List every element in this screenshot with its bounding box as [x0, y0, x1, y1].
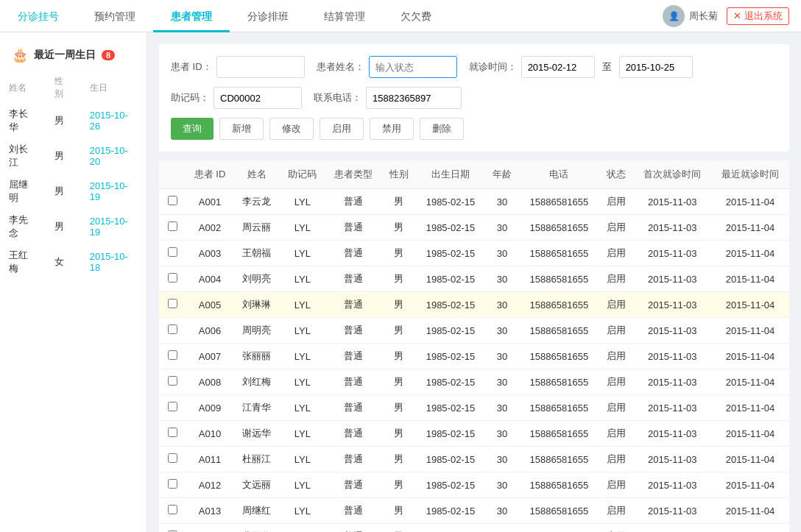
table-column-header: 状态: [599, 160, 633, 189]
cell-name: 周继红: [234, 498, 280, 524]
tab-分诊挂号[interactable]: 分诊挂号: [0, 0, 77, 32]
cell-dob: 1985-02-15: [417, 344, 485, 369]
cell-memo: LYL: [280, 447, 325, 472]
row-checkbox-cell: [159, 189, 186, 215]
row-checkbox-cell: [159, 498, 186, 524]
row-checkbox[interactable]: [168, 402, 177, 411]
row-checkbox[interactable]: [168, 453, 177, 463]
cell-name: 刘琳琳: [234, 292, 280, 318]
tab-患者管理[interactable]: 患者管理: [153, 0, 230, 32]
table-row[interactable]: A012文远丽LYL普通男1985-02-153015886581655启用20…: [159, 472, 789, 498]
table-row[interactable]: A005刘琳琳LYL普通男1985-02-153015886581655启用20…: [159, 292, 789, 318]
tab-分诊排班[interactable]: 分诊排班: [230, 0, 306, 32]
cell-gender: 男: [381, 318, 416, 344]
query-button[interactable]: 查询: [171, 118, 214, 140]
patient-id-field: 患者 ID：: [171, 56, 305, 78]
sidebar-date[interactable]: 2015-10-26: [81, 103, 147, 138]
row-checkbox[interactable]: [168, 273, 177, 283]
row-checkbox[interactable]: [168, 247, 177, 257]
cell-last-visit: 2015-11-04: [711, 344, 789, 369]
cell-id: A005: [186, 292, 234, 318]
cell-status: 启用: [599, 472, 633, 498]
delete-button[interactable]: 删除: [420, 118, 464, 140]
content-area: 患者 ID： 患者姓名： 就诊时间： 至 助记码：: [147, 32, 801, 532]
cell-id: A007: [186, 344, 234, 369]
table-row[interactable]: A006周明亮LYL普通男1985-02-153015886581655启用20…: [159, 318, 789, 344]
cell-gender: 男: [381, 447, 416, 472]
cell-phone: 15886581655: [520, 189, 599, 215]
row-checkbox[interactable]: [168, 350, 177, 360]
cell-dob: 1985-02-15: [417, 266, 485, 292]
table-row[interactable]: A003王朝福LYL普通男1985-02-153015886581655启用20…: [159, 241, 789, 266]
row-checkbox-cell: [159, 421, 186, 447]
cell-first-visit: 2015-11-03: [633, 189, 711, 215]
cell-id: A004: [186, 266, 234, 292]
cell-first-visit: 2015-11-03: [633, 369, 711, 395]
table-row[interactable]: A004刘明亮LYL普通男1985-02-153015886581655启用20…: [159, 266, 789, 292]
patient-name-input[interactable]: [369, 56, 457, 78]
cell-age: 30: [484, 241, 519, 266]
cell-id: A002: [186, 215, 234, 241]
action-row: 查询 新增 修改 启用 禁用 删除: [171, 118, 777, 140]
edit-button[interactable]: 修改: [269, 118, 314, 140]
sidebar-birthday-row: 李长华 男 2015-10-26: [0, 103, 147, 138]
table-row[interactable]: A001李云龙LYL普通男1985-02-153015886581655启用20…: [159, 189, 789, 215]
cell-memo: LYL: [280, 215, 325, 241]
cell-type: 普通: [325, 395, 382, 421]
table-column-header: 电话: [520, 160, 599, 189]
table-row[interactable]: A010谢远华LYL普通男1985-02-153015886581655启用20…: [159, 421, 789, 447]
row-checkbox[interactable]: [168, 505, 177, 514]
sidebar-date[interactable]: 2015-10-20: [81, 138, 147, 174]
cell-last-visit: 2015-11-04: [711, 189, 789, 215]
tab-结算管理[interactable]: 结算管理: [306, 0, 383, 32]
table-row[interactable]: A002周云丽LYL普通男1985-02-153015886581655启用20…: [159, 215, 789, 241]
row-checkbox[interactable]: [168, 376, 177, 386]
table-row[interactable]: A013周继红LYL普通男1985-02-153015886581655启用20…: [159, 498, 789, 524]
visit-time-start-input[interactable]: [521, 56, 595, 78]
add-button[interactable]: 新增: [219, 118, 264, 140]
cell-phone: 15886581655: [520, 524, 599, 533]
table-column-header: 出生日期: [417, 160, 485, 189]
table-column-header: 患者 ID: [186, 160, 234, 189]
table-row[interactable]: A014曹圆华LYL普通男1985-02-153015886581655启用20…: [159, 524, 789, 533]
sidebar-date[interactable]: 2015-10-18: [81, 244, 147, 280]
search-panel: 患者 ID： 患者姓名： 就诊时间： 至 助记码：: [159, 44, 789, 152]
tab-欠欠费[interactable]: 欠欠费: [383, 0, 449, 32]
memo-input[interactable]: [214, 87, 302, 109]
row-checkbox[interactable]: [168, 428, 177, 437]
row-checkbox-cell: [159, 472, 186, 498]
row-checkbox[interactable]: [168, 479, 177, 489]
patient-name-field: 患者姓名：: [317, 56, 457, 78]
cell-last-visit: 2015-11-04: [711, 292, 789, 318]
table-row[interactable]: A007张丽丽LYL普通男1985-02-153015886581655启用20…: [159, 344, 789, 369]
table-row[interactable]: A008刘红梅LYL普通男1985-02-153015886581655启用20…: [159, 369, 789, 395]
cell-dob: 1985-02-15: [417, 498, 485, 524]
table-column-header: 姓名: [234, 160, 280, 189]
cell-memo: LYL: [280, 369, 325, 395]
avatar: 👤: [663, 5, 685, 27]
enable-button[interactable]: 启用: [320, 118, 364, 140]
table-row[interactable]: A009江青华LYL普通男1985-02-153015886581655启用20…: [159, 395, 789, 421]
sidebar-date[interactable]: 2015-10-19: [81, 209, 147, 244]
row-checkbox[interactable]: [168, 221, 177, 231]
table-row[interactable]: A011杜丽江LYL普通男1985-02-153015886581655启用20…: [159, 447, 789, 472]
visit-time-end-input[interactable]: [619, 56, 693, 78]
sidebar: 🎂 最近一周生日 8 姓名 性别 生日 李长华 男 2015-10-26 刘长江…: [0, 32, 147, 532]
row-checkbox[interactable]: [168, 299, 177, 308]
cell-phone: 15886581655: [520, 241, 599, 266]
row-checkbox[interactable]: [168, 196, 177, 205]
patient-id-input[interactable]: [216, 56, 305, 78]
cell-dob: 1985-02-15: [417, 369, 485, 395]
phone-input[interactable]: [366, 87, 462, 109]
tab-预约管理[interactable]: 预约管理: [77, 0, 153, 32]
disable-button[interactable]: 禁用: [370, 118, 414, 140]
sidebar-name: 屈继明: [0, 174, 46, 209]
cell-id: A010: [186, 421, 234, 447]
logout-button[interactable]: ✕ 退出系统: [727, 7, 789, 25]
cell-first-visit: 2015-11-03: [633, 421, 711, 447]
cell-name: 曹圆华: [234, 524, 280, 533]
cell-type: 普通: [325, 498, 382, 524]
row-checkbox[interactable]: [168, 324, 177, 334]
cell-status: 启用: [599, 266, 633, 292]
sidebar-date[interactable]: 2015-10-19: [81, 174, 147, 209]
